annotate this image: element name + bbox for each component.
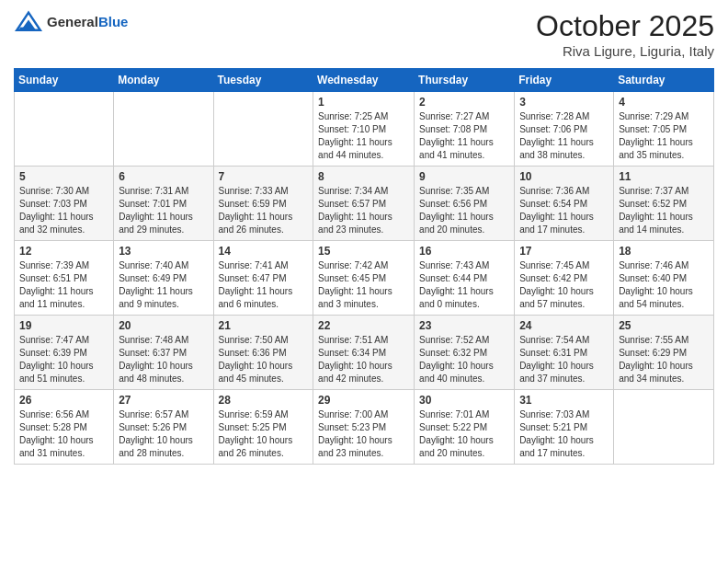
calendar-cell: 15Sunrise: 7:42 AM Sunset: 6:45 PM Dayli… xyxy=(313,241,415,316)
day-info: Sunrise: 6:59 AM Sunset: 5:25 PM Dayligh… xyxy=(219,408,309,460)
day-of-week-header: Wednesday xyxy=(313,69,415,92)
calendar: SundayMondayTuesdayWednesdayThursdayFrid… xyxy=(14,68,714,465)
day-number: 15 xyxy=(318,245,409,258)
calendar-cell: 24Sunrise: 7:54 AM Sunset: 6:31 PM Dayli… xyxy=(515,316,614,390)
day-number: 14 xyxy=(219,245,309,258)
calendar-header-row: SundayMondayTuesdayWednesdayThursdayFrid… xyxy=(15,69,714,92)
day-info: Sunrise: 7:40 AM Sunset: 6:49 PM Dayligh… xyxy=(119,259,208,311)
calendar-cell: 7Sunrise: 7:33 AM Sunset: 6:59 PM Daylig… xyxy=(213,167,313,241)
calendar-cell: 25Sunrise: 7:55 AM Sunset: 6:29 PM Dayli… xyxy=(614,316,714,390)
calendar-cell: 29Sunrise: 7:00 AM Sunset: 5:23 PM Dayli… xyxy=(313,390,415,465)
calendar-week-row: 5Sunrise: 7:30 AM Sunset: 7:03 PM Daylig… xyxy=(15,167,714,241)
day-number: 6 xyxy=(119,170,208,183)
day-info: Sunrise: 7:51 AM Sunset: 6:34 PM Dayligh… xyxy=(318,334,409,385)
day-number: 3 xyxy=(519,96,609,109)
location: Riva Ligure, Liguria, Italy xyxy=(536,43,714,59)
day-info: Sunrise: 7:01 AM Sunset: 5:22 PM Dayligh… xyxy=(419,408,509,460)
calendar-cell: 19Sunrise: 7:47 AM Sunset: 6:39 PM Dayli… xyxy=(15,316,114,390)
day-info: Sunrise: 7:45 AM Sunset: 6:42 PM Dayligh… xyxy=(519,259,609,311)
day-number: 20 xyxy=(119,319,208,332)
day-info: Sunrise: 7:28 AM Sunset: 7:06 PM Dayligh… xyxy=(519,110,609,162)
calendar-cell: 6Sunrise: 7:31 AM Sunset: 7:01 PM Daylig… xyxy=(114,167,213,241)
day-number: 23 xyxy=(419,319,509,332)
day-info: Sunrise: 7:48 AM Sunset: 6:37 PM Dayligh… xyxy=(119,334,208,385)
day-number: 16 xyxy=(419,245,509,258)
day-number: 28 xyxy=(219,394,309,407)
day-info: Sunrise: 7:30 AM Sunset: 7:03 PM Dayligh… xyxy=(19,185,108,236)
day-info: Sunrise: 7:36 AM Sunset: 6:54 PM Dayligh… xyxy=(519,185,609,236)
day-info: Sunrise: 7:47 AM Sunset: 6:39 PM Dayligh… xyxy=(19,334,108,385)
day-number: 24 xyxy=(519,319,609,332)
calendar-cell: 14Sunrise: 7:41 AM Sunset: 6:47 PM Dayli… xyxy=(213,241,313,316)
day-of-week-header: Monday xyxy=(114,69,213,92)
calendar-cell xyxy=(114,92,213,167)
month-title: October 2025 xyxy=(536,9,714,43)
day-info: Sunrise: 7:50 AM Sunset: 6:36 PM Dayligh… xyxy=(219,334,309,385)
calendar-cell: 4Sunrise: 7:29 AM Sunset: 7:05 PM Daylig… xyxy=(614,92,714,167)
calendar-cell: 2Sunrise: 7:27 AM Sunset: 7:08 PM Daylig… xyxy=(415,92,515,167)
day-number: 19 xyxy=(19,319,108,332)
day-info: Sunrise: 7:00 AM Sunset: 5:23 PM Dayligh… xyxy=(318,408,409,460)
day-info: Sunrise: 7:52 AM Sunset: 6:32 PM Dayligh… xyxy=(419,334,509,385)
day-number: 30 xyxy=(419,394,509,407)
day-info: Sunrise: 7:33 AM Sunset: 6:59 PM Dayligh… xyxy=(219,185,309,236)
day-number: 5 xyxy=(19,170,108,183)
calendar-cell: 22Sunrise: 7:51 AM Sunset: 6:34 PM Dayli… xyxy=(313,316,415,390)
day-number: 17 xyxy=(519,245,609,258)
calendar-cell: 9Sunrise: 7:35 AM Sunset: 6:56 PM Daylig… xyxy=(415,167,515,241)
day-number: 13 xyxy=(119,245,208,258)
calendar-cell: 21Sunrise: 7:50 AM Sunset: 6:36 PM Dayli… xyxy=(213,316,313,390)
calendar-cell: 5Sunrise: 7:30 AM Sunset: 7:03 PM Daylig… xyxy=(15,167,114,241)
calendar-week-row: 12Sunrise: 7:39 AM Sunset: 6:51 PM Dayli… xyxy=(15,241,714,316)
day-info: Sunrise: 7:29 AM Sunset: 7:05 PM Dayligh… xyxy=(619,110,709,162)
day-number: 10 xyxy=(519,170,609,183)
day-info: Sunrise: 6:56 AM Sunset: 5:28 PM Dayligh… xyxy=(19,408,108,460)
day-number: 1 xyxy=(318,96,409,109)
day-info: Sunrise: 7:03 AM Sunset: 5:21 PM Dayligh… xyxy=(519,408,609,460)
calendar-cell: 3Sunrise: 7:28 AM Sunset: 7:06 PM Daylig… xyxy=(515,92,614,167)
calendar-cell: 30Sunrise: 7:01 AM Sunset: 5:22 PM Dayli… xyxy=(415,390,515,465)
day-info: Sunrise: 7:27 AM Sunset: 7:08 PM Dayligh… xyxy=(419,110,509,162)
day-number: 4 xyxy=(619,96,709,109)
header: GeneralBlue October 2025 Riva Ligure, Li… xyxy=(14,9,714,59)
day-number: 12 xyxy=(19,245,108,258)
calendar-cell: 1Sunrise: 7:25 AM Sunset: 7:10 PM Daylig… xyxy=(313,92,415,167)
day-number: 7 xyxy=(219,170,309,183)
calendar-cell: 23Sunrise: 7:52 AM Sunset: 6:32 PM Dayli… xyxy=(415,316,515,390)
day-info: Sunrise: 7:41 AM Sunset: 6:47 PM Dayligh… xyxy=(219,259,309,311)
calendar-cell: 10Sunrise: 7:36 AM Sunset: 6:54 PM Dayli… xyxy=(515,167,614,241)
day-number: 2 xyxy=(419,96,509,109)
logo-blue: Blue xyxy=(98,14,129,29)
calendar-cell: 28Sunrise: 6:59 AM Sunset: 5:25 PM Dayli… xyxy=(213,390,313,465)
day-info: Sunrise: 7:34 AM Sunset: 6:57 PM Dayligh… xyxy=(318,185,409,236)
svg-rect-2 xyxy=(19,28,24,30)
day-of-week-header: Sunday xyxy=(15,69,114,92)
calendar-cell: 27Sunrise: 6:57 AM Sunset: 5:26 PM Dayli… xyxy=(114,390,213,465)
day-info: Sunrise: 7:37 AM Sunset: 6:52 PM Dayligh… xyxy=(619,185,709,236)
day-number: 25 xyxy=(619,319,709,332)
logo: GeneralBlue xyxy=(14,9,128,35)
day-info: Sunrise: 7:46 AM Sunset: 6:40 PM Dayligh… xyxy=(619,259,709,311)
day-number: 22 xyxy=(318,319,409,332)
day-info: Sunrise: 7:39 AM Sunset: 6:51 PM Dayligh… xyxy=(19,259,108,311)
day-number: 29 xyxy=(318,394,409,407)
day-number: 27 xyxy=(119,394,208,407)
calendar-cell: 12Sunrise: 7:39 AM Sunset: 6:51 PM Dayli… xyxy=(15,241,114,316)
calendar-week-row: 1Sunrise: 7:25 AM Sunset: 7:10 PM Daylig… xyxy=(15,92,714,167)
day-of-week-header: Friday xyxy=(515,69,614,92)
calendar-week-row: 19Sunrise: 7:47 AM Sunset: 6:39 PM Dayli… xyxy=(15,316,714,390)
calendar-cell: 31Sunrise: 7:03 AM Sunset: 5:21 PM Dayli… xyxy=(515,390,614,465)
calendar-cell: 20Sunrise: 7:48 AM Sunset: 6:37 PM Dayli… xyxy=(114,316,213,390)
day-of-week-header: Tuesday xyxy=(213,69,313,92)
day-number: 26 xyxy=(19,394,108,407)
day-info: Sunrise: 7:25 AM Sunset: 7:10 PM Dayligh… xyxy=(318,110,409,162)
logo-icon xyxy=(14,9,43,35)
day-number: 21 xyxy=(219,319,309,332)
day-info: Sunrise: 7:55 AM Sunset: 6:29 PM Dayligh… xyxy=(619,334,709,385)
day-number: 31 xyxy=(519,394,609,407)
day-info: Sunrise: 7:54 AM Sunset: 6:31 PM Dayligh… xyxy=(519,334,609,385)
day-info: Sunrise: 6:57 AM Sunset: 5:26 PM Dayligh… xyxy=(119,408,208,460)
day-number: 8 xyxy=(318,170,409,183)
calendar-cell xyxy=(15,92,114,167)
day-number: 11 xyxy=(619,170,709,183)
